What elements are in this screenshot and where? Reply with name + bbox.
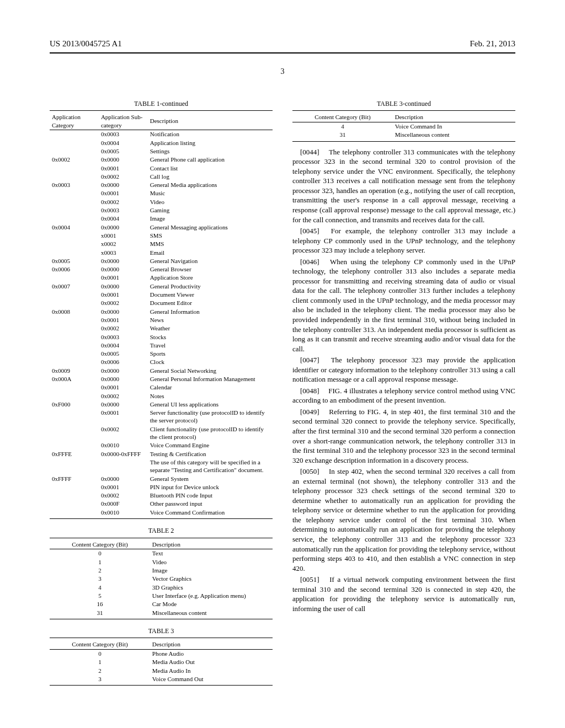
- table-cell: 31: [292, 131, 393, 141]
- table-row: 0x0010Voice Command Engine: [50, 441, 273, 449]
- table1-title: TABLE 1-continued: [50, 100, 273, 109]
- table-row: 16Car Mode: [50, 600, 273, 608]
- table2: Content Category (Bit) Description 0Text…: [50, 538, 273, 619]
- table-row: 0x0001PIN input for Device unlock: [50, 483, 273, 491]
- table-cell: 0x000A: [50, 374, 99, 383]
- table-cell: PIN input for Device unlock: [148, 483, 273, 491]
- table-cell: General Social Networking: [148, 366, 273, 374]
- table-cell: 3: [50, 675, 150, 686]
- para-0049: [0049] Referring to FIG. 4, in step 401,…: [292, 407, 515, 465]
- table-cell: Document Viewer: [148, 291, 273, 299]
- table-cell: 0x0010: [99, 441, 148, 449]
- table-row: 5User Interface (e.g. Application menu): [50, 591, 273, 599]
- table-cell: [50, 291, 99, 299]
- table-cell: 1: [50, 558, 150, 566]
- table-row: 0x0001Contact list: [50, 164, 273, 172]
- table-cell: 0x0001: [99, 409, 148, 425]
- table-row: 0x0005Settings: [50, 147, 273, 155]
- table-cell: 0x0004: [99, 341, 148, 349]
- table-cell: General Navigation: [148, 256, 273, 265]
- table-cell: Server functionality (use protocolID to …: [148, 409, 273, 425]
- table-row: 0x0003Stocks: [50, 333, 273, 341]
- table-cell: 0: [50, 549, 150, 558]
- table-row: 0xFFFF0x0000General System: [50, 474, 273, 483]
- table-row: 43D Graphics: [50, 583, 273, 591]
- table-cell: General Messaging applications: [148, 223, 273, 231]
- table-cell: 0x0004: [99, 215, 148, 223]
- table-cell: [50, 508, 99, 518]
- table-cell: Voice Command Confirmation: [148, 508, 273, 518]
- table-row: 0x00080x0000General Information: [50, 307, 273, 315]
- table-row: 0x0004Travel: [50, 341, 273, 349]
- table-cell: General Personal Information Management: [148, 374, 273, 383]
- table-cell: [50, 130, 99, 138]
- table-cell: SMS: [148, 231, 273, 239]
- table3c-h0: Content Category (Bit): [292, 111, 393, 122]
- table-cell: Notification: [148, 130, 273, 138]
- table-cell: Application Store: [148, 274, 273, 282]
- table-cell: Weather: [148, 324, 273, 333]
- table-cell: 16: [50, 600, 150, 608]
- table-row: 0x0001Application Store: [50, 274, 273, 282]
- table-cell: Call log: [148, 172, 273, 180]
- para-0051: [0051] If a virtual network computing en…: [292, 575, 515, 613]
- table-cell: Email: [148, 248, 273, 256]
- table-cell: [99, 458, 148, 474]
- table-row: 0x0004Image: [50, 215, 273, 223]
- table-cell: Video: [150, 558, 273, 566]
- table-cell: x0001: [99, 231, 148, 239]
- table-row: 31Miscellaneous content: [292, 131, 515, 141]
- table3-title: TABLE 3: [50, 627, 273, 636]
- table3-h0: Content Category (Bit): [50, 638, 150, 649]
- table-cell: 0x0003: [99, 333, 148, 341]
- table-cell: Calendar: [148, 383, 273, 392]
- table-cell: [50, 315, 99, 324]
- table-cell: The use of this category will be specifi…: [148, 458, 273, 474]
- table-cell: 0x0000: [99, 400, 148, 408]
- table-row: 0x0003Gaming: [50, 206, 273, 215]
- publication-number: US 2013/0045725 A1: [50, 39, 122, 50]
- table-cell: [50, 197, 99, 206]
- table-cell: Stocks: [148, 333, 273, 341]
- table-cell: [50, 240, 99, 248]
- table-cell: Clock: [148, 358, 273, 366]
- table-cell: Media Audio Out: [150, 658, 273, 666]
- table-cell: 0x0002: [99, 491, 148, 500]
- table-cell: [50, 392, 99, 400]
- table-row: 0x0001Server functionality (use protocol…: [50, 409, 273, 425]
- table-cell: [50, 231, 99, 239]
- table-cell: [50, 383, 99, 392]
- table-cell: 0x0005: [99, 350, 148, 358]
- table-cell: [50, 274, 99, 282]
- table-row: 0x0003Notification: [50, 130, 273, 138]
- table-row: 3Vector Graphics: [50, 575, 273, 583]
- page-number: 3: [50, 67, 515, 77]
- table-row: 0x0010Voice Command Confirmation: [50, 508, 273, 518]
- table-row: 0x0002Bluetooth PIN code Input: [50, 491, 273, 500]
- table-cell: Phone Audio: [150, 649, 273, 658]
- table-cell: Text: [150, 549, 273, 558]
- table-row: 2Media Audio In: [50, 666, 273, 675]
- table-cell: 0x0000: [99, 256, 148, 265]
- table-cell: 0x0001: [99, 483, 148, 491]
- table-cell: 0x0000: [99, 366, 148, 374]
- header-bar: US 2013/0045725 A1 Feb. 21, 2013: [50, 39, 515, 53]
- table-cell: General Productivity: [148, 282, 273, 290]
- table-cell: Miscellaneous content: [150, 608, 273, 619]
- table-row: 1Media Audio Out: [50, 658, 273, 666]
- table-cell: Document Editor: [148, 299, 273, 307]
- table-cell: General Information: [148, 307, 273, 315]
- table-cell: 0x0007: [50, 282, 99, 290]
- table-cell: 0xF000: [50, 400, 99, 408]
- table-cell: 0x0001: [99, 189, 148, 197]
- table-cell: 0x0009: [50, 366, 99, 374]
- para-0046: [0046] When using the telephony CP commo…: [292, 257, 515, 354]
- table-cell: General System: [148, 474, 273, 483]
- table-cell: 0xFFFF: [50, 474, 99, 483]
- right-column: TABLE 3-continued Content Category (Bit)…: [292, 92, 515, 686]
- table-row: 0x0006Clock: [50, 358, 273, 366]
- table-cell: Travel: [148, 341, 273, 349]
- table1-h2: Description: [148, 111, 273, 130]
- table-cell: x0002: [99, 240, 148, 248]
- left-column: TABLE 1-continued Application Category A…: [50, 92, 273, 686]
